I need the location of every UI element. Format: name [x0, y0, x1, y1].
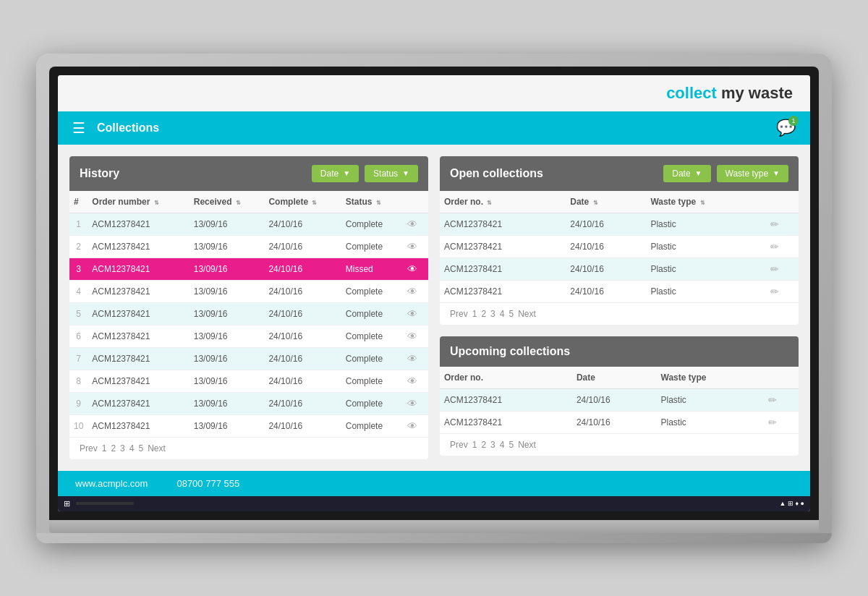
- edit-icon[interactable]: ✏: [770, 286, 779, 297]
- cell-eye[interactable]: 👁: [403, 302, 428, 325]
- eye-icon[interactable]: 👁: [407, 308, 417, 320]
- cell-eye[interactable]: 👁: [403, 347, 428, 370]
- open-page-5[interactable]: 5: [509, 309, 514, 319]
- open-date-chevron-icon: ▼: [695, 169, 702, 177]
- open-col-date: Date ⇅: [566, 191, 646, 213]
- cell-complete: 24/10/16: [264, 235, 341, 257]
- cell-edit[interactable]: ✏: [766, 280, 799, 302]
- cell-eye[interactable]: 👁: [403, 325, 428, 347]
- open-page-1[interactable]: 1: [472, 309, 477, 319]
- eye-icon[interactable]: 👁: [407, 375, 417, 387]
- history-table-container: # Order number ⇅ Received ⇅ Complete ⇅ S…: [69, 191, 428, 438]
- upcoming-col-waste: Waste type: [657, 367, 765, 389]
- cell-eye[interactable]: 👁: [403, 257, 428, 280]
- cell-eye[interactable]: 👁: [403, 392, 428, 414]
- nav-bar: ☰ Collections 💬 1: [58, 111, 810, 145]
- open-next-btn[interactable]: Next: [518, 309, 536, 319]
- eye-icon[interactable]: 👁: [407, 331, 417, 342]
- cell-order: ACM12378421: [88, 280, 189, 302]
- upcoming-col-date: Date: [572, 367, 657, 389]
- eye-icon[interactable]: 👁: [407, 241, 417, 252]
- cell-order: ACM12378421: [88, 257, 189, 280]
- windows-icon[interactable]: ⊞: [64, 499, 70, 508]
- upcoming-page-1[interactable]: 1: [472, 440, 477, 450]
- upcoming-table-body: ACM12378421 24/10/16 Plastic ✏ ACM123784…: [440, 388, 799, 433]
- cell-edit[interactable]: ✏: [764, 411, 799, 433]
- upcoming-prev-btn[interactable]: Prev: [450, 440, 468, 450]
- eye-icon[interactable]: 👁: [407, 353, 417, 365]
- eye-icon[interactable]: 👁: [407, 398, 417, 409]
- cell-received: 13/09/16: [190, 302, 265, 325]
- history-page-2[interactable]: 2: [111, 443, 116, 454]
- cell-eye[interactable]: 👁: [403, 414, 428, 437]
- edit-icon[interactable]: ✏: [770, 263, 779, 275]
- upcoming-page-3[interactable]: 3: [490, 440, 495, 450]
- open-page-3[interactable]: 3: [490, 309, 495, 319]
- upcoming-page-2[interactable]: 2: [481, 440, 486, 450]
- cell-complete: 24/10/16: [264, 370, 341, 392]
- cell-complete: 24/10/16: [264, 213, 341, 235]
- open-prev-btn[interactable]: Prev: [450, 309, 468, 319]
- history-table-header-row: # Order number ⇅ Received ⇅ Complete ⇅ S…: [69, 191, 428, 213]
- history-next-btn[interactable]: Next: [148, 443, 166, 454]
- cell-received: 13/09/16: [190, 347, 265, 370]
- edit-icon[interactable]: ✏: [770, 218, 779, 230]
- cell-order: ACM12378421: [88, 414, 189, 437]
- upcoming-page-4[interactable]: 4: [500, 440, 505, 450]
- cell-received: 13/09/16: [190, 213, 265, 235]
- nav-title: Collections: [97, 122, 159, 135]
- edit-icon[interactable]: ✏: [768, 417, 777, 428]
- history-page-5[interactable]: 5: [138, 443, 143, 454]
- cell-order: ACM12378421: [88, 302, 189, 325]
- cell-num: 3: [69, 257, 88, 280]
- cell-eye[interactable]: 👁: [403, 370, 428, 392]
- history-prev-btn[interactable]: Prev: [80, 443, 98, 454]
- cell-status: Complete: [341, 280, 403, 302]
- open-table-container: Order no. ⇅ Date ⇅ Waste type ⇅ ACM12378…: [440, 191, 799, 303]
- screen-bezel: collect my waste ☰ Collections 💬 1: [49, 67, 819, 520]
- eye-icon[interactable]: 👁: [407, 420, 417, 432]
- cell-order: ACM12378421: [440, 388, 572, 411]
- cell-edit[interactable]: ✏: [766, 235, 799, 257]
- open-col-action: [766, 191, 799, 213]
- cell-edit[interactable]: ✏: [766, 213, 799, 235]
- cell-waste-type: Plastic: [646, 235, 765, 257]
- upcoming-next-btn[interactable]: Next: [518, 440, 536, 450]
- open-date-filter[interactable]: Date ▼: [663, 165, 710, 182]
- cell-status: Complete: [341, 302, 403, 325]
- upcoming-table-container: Order no. Date Waste type ACM12378421 24…: [440, 367, 799, 434]
- edit-icon[interactable]: ✏: [768, 394, 777, 406]
- taskbar-right: ▲ ⊞ ♦ ●: [780, 500, 804, 507]
- open-page-4[interactable]: 4: [500, 309, 505, 319]
- cell-order: ACM12378421: [440, 235, 566, 257]
- cell-status: Complete: [341, 325, 403, 347]
- cell-edit[interactable]: ✏: [764, 388, 799, 411]
- table-row: ACM12378421 24/10/16 Plastic ✏: [440, 213, 799, 235]
- eye-icon[interactable]: 👁: [407, 263, 417, 275]
- hamburger-icon[interactable]: ☰: [72, 119, 85, 137]
- history-panel-header: History Date ▼ Status ▼: [69, 156, 428, 191]
- cell-order: ACM12378421: [88, 235, 189, 257]
- cell-eye[interactable]: 👁: [403, 280, 428, 302]
- history-page-3[interactable]: 3: [120, 443, 125, 454]
- history-page-1[interactable]: 1: [102, 443, 107, 454]
- table-row: ACM12378421 24/10/16 Plastic ✏: [440, 280, 799, 302]
- cell-eye[interactable]: 👁: [403, 235, 428, 257]
- open-waste-chevron-icon: ▼: [773, 169, 780, 177]
- edit-icon[interactable]: ✏: [770, 241, 779, 252]
- upcoming-page-5[interactable]: 5: [509, 440, 514, 450]
- cell-status: Complete: [341, 235, 403, 257]
- cell-num: 10: [69, 414, 88, 437]
- history-page-4[interactable]: 4: [129, 443, 135, 454]
- eye-icon[interactable]: 👁: [407, 286, 417, 297]
- cell-date: 24/10/16: [566, 213, 646, 235]
- history-date-filter[interactable]: Date ▼: [312, 165, 359, 182]
- cell-eye[interactable]: 👁: [403, 213, 428, 235]
- eye-icon[interactable]: 👁: [407, 218, 417, 230]
- open-page-2[interactable]: 2: [481, 309, 486, 319]
- cell-received: 13/09/16: [190, 370, 265, 392]
- cell-edit[interactable]: ✏: [766, 257, 799, 280]
- open-waste-filter[interactable]: Waste type ▼: [717, 165, 788, 182]
- history-status-filter[interactable]: Status ▼: [365, 165, 418, 182]
- open-table: Order no. ⇅ Date ⇅ Waste type ⇅ ACM12378…: [440, 191, 799, 303]
